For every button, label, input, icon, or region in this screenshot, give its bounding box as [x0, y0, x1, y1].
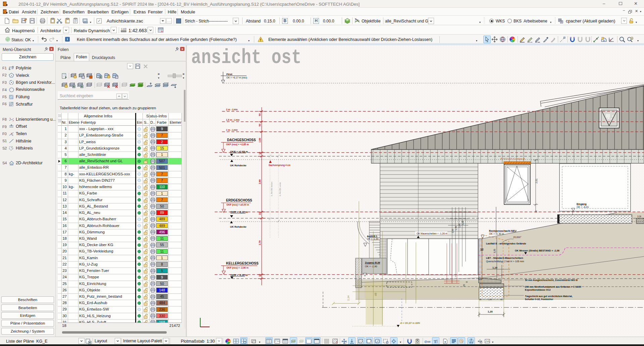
svg-text:20,000°: 20,000°	[513, 236, 521, 238]
svg-text:UK Rohdecke: UK Rohdecke	[230, 164, 247, 167]
svg-text:16: 16	[259, 152, 261, 155]
svg-text:200 mm Streifenfundament aus O: 200 mm Streifenfundament aus Ortbeton > …	[525, 286, 581, 288]
svg-text:OKR = +2,69 m: OKR = +2,69 m	[230, 150, 248, 153]
svg-text:1,00: 1,00	[488, 298, 492, 300]
svg-text:ERDGESCHOSS: ERDGESCHOSS	[226, 198, 252, 202]
svg-text:2,01: 2,01	[535, 178, 538, 183]
svg-text:2,69: 2,69	[259, 179, 261, 184]
svg-text:1,10: 1,10	[492, 266, 497, 269]
svg-text:OK Mauerscheiben = -1,26 m: OK Mauerscheiben = -1,26 m	[417, 232, 447, 235]
svg-text:LBT - Standard-Mauerscheiben: LBT - Standard-Mauerscheiben	[486, 256, 523, 260]
svg-text:Lastfall E - ansteigendes Gelä: Lastfall E - ansteigendes Gelände	[486, 242, 526, 245]
svg-text:2 m - Linie: 2 m - Linie	[226, 108, 238, 111]
svg-text:12: 12	[480, 248, 484, 251]
svg-text:N: N	[12, 134, 13, 136]
svg-text:2,00: 2,00	[451, 229, 454, 233]
svg-text:INTEGO-KF-K3 Regia glt: INTEGO-KF-K3 Regia glt	[500, 158, 525, 160]
svg-text:Querschnittstyp 2 bei H > 105: Querschnittstyp 2 bei H > 105 mm	[486, 260, 524, 263]
svg-text:T: T	[434, 339, 437, 344]
svg-text:1:100: 1:100	[121, 28, 126, 30]
svg-text:8: 8	[466, 281, 468, 283]
svg-text:2,79: 2,79	[259, 240, 261, 245]
svg-text:50: 50	[259, 113, 261, 116]
svg-text:IL RH BS hinten: IL RH BS hinten	[271, 182, 273, 196]
svg-text:OK = -1,30 m: OK = -1,30 m	[489, 232, 504, 235]
svg-text:Dachvorsprung 4 cm: Dachvorsprung 4 cm	[269, 164, 290, 167]
svg-text:1,26: 1,26	[462, 221, 464, 225]
svg-text:First: First	[226, 73, 232, 76]
svg-text:@xx: @xx	[424, 340, 430, 343]
svg-text:OK = +6,17 m (neu): OK = +6,17 m (neu)	[226, 76, 247, 79]
svg-text:1 m - Linie: 1 m - Linie	[226, 129, 238, 131]
svg-text:1,76: 1,76	[455, 226, 457, 230]
svg-text:22: 22	[259, 212, 261, 215]
svg-text:Eingang: Eingang	[577, 203, 587, 206]
svg-text:50: 50	[259, 124, 261, 126]
svg-text:OKR = -0,22 m: OKR = -0,22 m	[230, 211, 248, 214]
svg-text:Zugang ELW: Zugang ELW	[365, 261, 380, 264]
svg-text:UK Rohdecke: UK Rohdecke	[230, 225, 247, 228]
svg-text:2,14: 2,14	[347, 295, 350, 301]
svg-text:16: 16	[535, 210, 537, 213]
svg-text:1,20: 1,20	[488, 310, 493, 313]
svg-text:OKR = -3,30 m: OKR = -3,30 m	[230, 274, 248, 277]
svg-text:15: 15	[500, 298, 502, 300]
svg-text:20: 20	[463, 284, 465, 287]
svg-text:OKF (neu) = +2,85 m: OKF (neu) = +2,85 m	[226, 143, 249, 146]
svg-text:OKF (neu) = ±0,00 m: OKF (neu) = ±0,00 m	[226, 204, 249, 206]
svg-text:48: 48	[374, 293, 377, 296]
svg-text:OK Messer (Straße) BESTAND = -: OK Messer (Straße) BESTAND = -2,06	[515, 249, 559, 252]
svg-text:Revisionsschacht NEU: Revisionsschacht NEU	[489, 229, 517, 232]
svg-text:-6 = 191,87 m üNN: -6 = 191,87 m üNN	[400, 322, 420, 325]
svg-text:DACHGESCHOSS: DACHGESCHOSS	[227, 138, 256, 142]
svg-text:22: 22	[259, 274, 261, 277]
svg-text:OKF (neu) = -2,96 m: OKF (neu) = -2,96 m	[226, 267, 249, 269]
svg-text:OK = -2,90: OK = -2,90	[365, 265, 377, 268]
svg-text:Schotter 0-32, frostsicher: Schotter 0-32, frostsicher	[525, 298, 553, 301]
svg-text:KELLERGESCHOSS: KELLERGESCHOSS	[226, 262, 259, 265]
svg-text:ansicht ost: ansicht ost	[191, 46, 302, 69]
svg-text:Tragschicht aus gut verdichtet: Tragschicht aus gut verdichtetem Materia…	[525, 295, 573, 298]
svg-text:OK = -6,01: OK = -6,01	[577, 206, 589, 209]
svg-text:1,5 m - Linie: 1,5 m - Linie	[226, 119, 240, 121]
svg-text:50 mm Ausgleichsschicht, Zemen: 50 mm Ausgleichsschicht, Zementmörtel MG…	[525, 279, 578, 282]
svg-text:IL RH BS vorne: IL RH BS vorne	[279, 182, 281, 196]
svg-text:Expositionsklasse XC2: Expositionsklasse XC2	[525, 289, 551, 291]
svg-text:1,40: 1,40	[458, 223, 461, 228]
svg-text:1,00: 1,00	[259, 138, 261, 142]
svg-text:OK = -1,94: OK = -1,94	[367, 238, 378, 240]
svg-text:3 St: 3 St	[637, 215, 641, 218]
svg-text:15: 15	[479, 298, 481, 300]
svg-text:3,55: 3,55	[493, 249, 496, 253]
